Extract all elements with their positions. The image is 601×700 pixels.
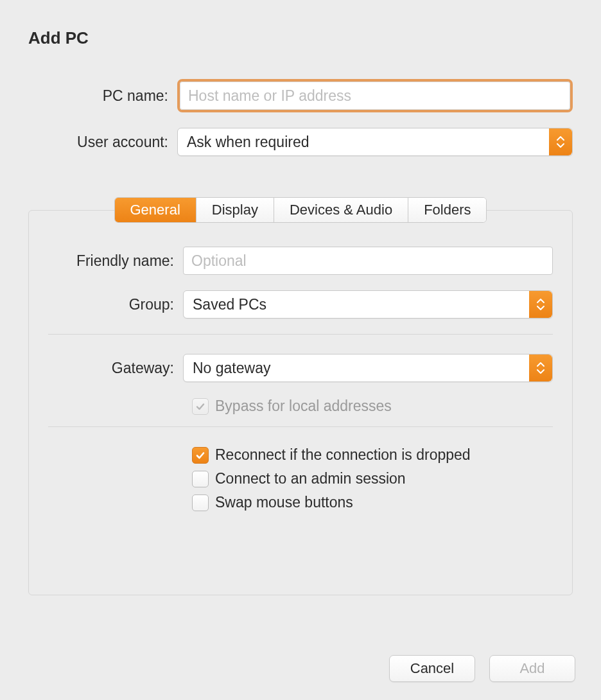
- group-label: Group:: [48, 296, 183, 313]
- select-stepper-icon: [549, 128, 572, 155]
- user-account-value: Ask when required: [187, 134, 309, 151]
- add-button[interactable]: Add: [489, 655, 575, 682]
- group-value: Saved PCs: [193, 296, 266, 313]
- bypass-checkbox: [192, 398, 209, 415]
- group-select[interactable]: Saved PCs: [183, 290, 553, 319]
- admin-session-checkbox[interactable]: [192, 471, 209, 487]
- dialog-title: Add PC: [28, 28, 573, 48]
- friendly-name-input[interactable]: [183, 247, 553, 275]
- tab-display[interactable]: Display: [196, 198, 274, 222]
- gateway-label: Gateway:: [48, 360, 183, 377]
- swap-mouse-label: Swap mouse buttons: [215, 494, 353, 511]
- reconnect-checkbox[interactable]: [192, 447, 209, 464]
- gateway-select[interactable]: No gateway: [183, 354, 553, 382]
- user-account-label: User account:: [28, 134, 177, 151]
- gateway-value: No gateway: [193, 360, 270, 377]
- pc-name-label: PC name:: [28, 87, 177, 105]
- user-account-select[interactable]: Ask when required: [177, 128, 573, 156]
- reconnect-label: Reconnect if the connection is dropped: [215, 446, 471, 464]
- friendly-name-label: Friendly name:: [48, 252, 183, 270]
- cancel-button[interactable]: Cancel: [389, 655, 475, 682]
- select-stepper-icon: [529, 354, 552, 381]
- tab-folders[interactable]: Folders: [408, 198, 486, 222]
- tab-devices-audio[interactable]: Devices & Audio: [274, 198, 408, 222]
- select-stepper-icon: [529, 291, 552, 318]
- tab-bar: General Display Devices & Audio Folders: [114, 197, 487, 223]
- swap-mouse-checkbox[interactable]: [192, 494, 209, 511]
- general-panel: Friendly name: Group: Saved PCs Gateway:: [28, 210, 573, 595]
- admin-session-label: Connect to an admin session: [215, 470, 406, 487]
- bypass-label: Bypass for local addresses: [215, 398, 392, 415]
- tab-general[interactable]: General: [115, 198, 196, 222]
- pc-name-input[interactable]: [180, 82, 570, 110]
